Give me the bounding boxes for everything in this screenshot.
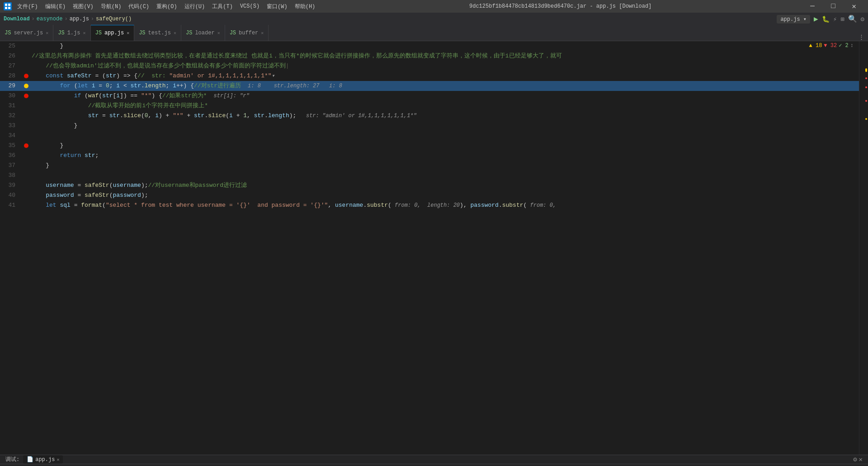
line-content-26: //这里总共有两步操作 首先是通过数组去绕过弱类型比较，在者是通过长度来绕过 也… bbox=[30, 51, 868, 61]
line-number-29: 29 bbox=[0, 81, 23, 91]
svg-rect-3 bbox=[8, 7, 10, 9]
debug-settings-icon[interactable]: ⚙ bbox=[853, 456, 857, 463]
tab-buffer-label: buffer bbox=[239, 30, 258, 36]
columns-icon[interactable]: ⊞ bbox=[854, 465, 864, 466]
breadcrumb-sep2: › bbox=[64, 16, 67, 22]
scroll-error-indicator3 bbox=[865, 100, 867, 102]
line-number-33: 33 bbox=[0, 121, 23, 131]
debug-file-name: app.js bbox=[35, 456, 55, 463]
debugger-tab[interactable]: 调试器 bbox=[4, 464, 27, 466]
tab-1-js-close[interactable]: ✕ bbox=[83, 30, 85, 36]
menu-help[interactable]: 帮助(H) bbox=[291, 2, 319, 11]
svg-rect-0 bbox=[5, 4, 7, 6]
tab-buffer[interactable]: JS buffer ✕ bbox=[225, 25, 269, 41]
debug-session-bar: 调试: 📄 app.js ✕ ⚙ ✕ bbox=[0, 455, 868, 464]
line-gutter-37 bbox=[23, 161, 30, 171]
menu-vcs[interactable]: VCS(S) bbox=[236, 2, 263, 10]
line-gutter-29 bbox=[23, 81, 30, 91]
run-to-cursor-btn[interactable]: → bbox=[819, 465, 829, 466]
debug-label: 调试: bbox=[5, 456, 19, 463]
tab-test-js-close[interactable]: ✕ bbox=[174, 30, 176, 36]
line-content-39: username = safeStr(username);//对username… bbox=[30, 181, 868, 190]
code-line-38: 38 bbox=[0, 171, 868, 181]
step-over-btn[interactable]: ↷ bbox=[784, 465, 794, 466]
tab-overflow-menu[interactable]: ⋮ bbox=[855, 33, 868, 41]
breadcrumb-download[interactable]: Download bbox=[4, 16, 30, 22]
breadcrumb-appjs[interactable]: app.js bbox=[70, 16, 89, 22]
breadcrumb-easynode[interactable]: easynode bbox=[37, 16, 63, 22]
code-line-26: 26 //这里总共有两步操作 首先是通过数组去绕过弱类型比较，在者是通过长度来绕… bbox=[0, 51, 868, 61]
tab-loader-close[interactable]: ✕ bbox=[217, 30, 220, 36]
code-area: 25 } 26 //这里总共有两步操作 首先是通过数组去绕过弱类型比较，在者是通… bbox=[0, 41, 868, 455]
line-number-27: 27 bbox=[0, 61, 23, 71]
scroll-error-indicator2 bbox=[865, 86, 867, 88]
scroll-bar-area[interactable] bbox=[859, 41, 868, 455]
profile-button[interactable]: ⚡ bbox=[833, 15, 837, 23]
warning-count: ▲ 18 bbox=[809, 43, 822, 49]
menu-window[interactable]: 窗口(W) bbox=[263, 2, 291, 11]
menu-tools[interactable]: 工具(T) bbox=[208, 2, 236, 11]
debug-close-panel-icon[interactable]: ✕ bbox=[859, 456, 863, 463]
tab-app-js-close[interactable]: ✕ bbox=[127, 30, 129, 36]
tab-app-js-icon: JS bbox=[95, 30, 102, 36]
menu-view[interactable]: 视图(V) bbox=[69, 2, 97, 11]
svg-rect-2 bbox=[5, 7, 7, 9]
tab-server-js[interactable]: JS server.js ✕ bbox=[0, 25, 53, 41]
tab-server-js-close[interactable]: ✕ bbox=[46, 30, 48, 36]
breadcrumb-safequery[interactable]: safeQuery() bbox=[96, 16, 132, 22]
step-out-btn[interactable]: ↑ bbox=[807, 465, 817, 466]
maximize-button[interactable]: □ bbox=[823, 0, 844, 13]
run-button[interactable]: ▶ bbox=[814, 14, 818, 24]
line-content-32: str = str.slice(0, i) + "*" + str.slice(… bbox=[30, 111, 868, 121]
debug-file-close[interactable]: ✕ bbox=[57, 457, 59, 462]
run-config-dropdown[interactable]: app.js ▾ bbox=[777, 15, 810, 24]
menu-file[interactable]: 文件(F) bbox=[14, 2, 42, 11]
editor-toolbar-right: app.js ▾ ▶ 🐛 ⚡ ⊞ 🔍 ⚙ bbox=[777, 14, 864, 24]
line-gutter-28 bbox=[23, 71, 30, 81]
line-number-35: 35 bbox=[0, 141, 23, 151]
evaluate-btn[interactable]: ⤵ bbox=[831, 465, 841, 466]
menu-run[interactable]: 运行(U) bbox=[181, 2, 209, 11]
line-gutter-35 bbox=[23, 141, 30, 151]
search-button[interactable]: 🔍 bbox=[848, 14, 857, 24]
breakpoint-28[interactable] bbox=[24, 74, 28, 78]
code-editor[interactable]: ▲ 18 ▼ 32 ✓ 2 ↕ 25 } 26 //这里总共有两步操作 首先是通… bbox=[0, 41, 868, 455]
line-number-25: 25 bbox=[0, 41, 23, 51]
tab-test-js[interactable]: JS test.js ✕ bbox=[134, 25, 181, 41]
menu-code[interactable]: 代码(C) bbox=[125, 2, 153, 11]
settings-button[interactable]: ⚙ bbox=[861, 15, 864, 23]
scroll-warning-indicator bbox=[865, 68, 867, 72]
tab-app-js-label: app.js bbox=[104, 30, 124, 36]
minimize-button[interactable]: ─ bbox=[802, 0, 823, 13]
debug-run-button[interactable]: 🐛 bbox=[822, 15, 830, 23]
tab-1-js[interactable]: JS 1.js ✕ bbox=[53, 25, 90, 41]
title-bar: 文件(F) 编辑(E) 视图(V) 导航(N) 代码(C) 重构(O) 运行(U… bbox=[0, 0, 868, 13]
step-into-btn[interactable]: ↓ bbox=[796, 465, 806, 466]
tab-loader[interactable]: JS loader ✕ bbox=[181, 25, 225, 41]
breakpoint-35[interactable] bbox=[24, 143, 28, 148]
line-content-30: if (waf(str[i]) == "*") {//如果str的为* str[… bbox=[30, 91, 868, 101]
breadcrumb-sep1: › bbox=[32, 16, 35, 22]
reset-btn[interactable]: ↩ bbox=[843, 465, 853, 466]
code-line-27: 27 //也会导致admin'过滤不到，也就是说当存在多少个数组就会有多少个前面… bbox=[0, 61, 868, 71]
line-content-27: //也会导致admin'过滤不到，也就是说当存在多少个数组就会有多少个前面的字符… bbox=[30, 61, 868, 71]
line-gutter-39 bbox=[23, 181, 30, 190]
breakpoint-30[interactable] bbox=[24, 94, 28, 98]
line-number-30: 30 bbox=[0, 91, 23, 101]
code-line-40: 40 password = safeStr(password); bbox=[0, 190, 868, 200]
close-button[interactable]: ✕ bbox=[844, 0, 864, 13]
collapse-icon[interactable]: ↕ bbox=[850, 43, 854, 49]
line-gutter-36 bbox=[23, 151, 30, 161]
tab-app-js[interactable]: JS app.js ✕ bbox=[91, 25, 135, 41]
breakpoint-29[interactable] bbox=[24, 84, 28, 88]
line-number-40: 40 bbox=[0, 190, 23, 200]
menu-nav[interactable]: 导航(N) bbox=[97, 2, 125, 11]
line-gutter-40 bbox=[23, 190, 30, 200]
tab-buffer-close[interactable]: ✕ bbox=[261, 30, 264, 36]
menu-edit[interactable]: 编辑(E) bbox=[42, 2, 70, 11]
coverage-button[interactable]: ⊞ bbox=[840, 15, 844, 23]
debug-toolbar: 调试器 调试器控制台 进程控制台 脚本 ⊿ ▾ ↷ ↓ ↑ → ⤵ ↩ ⊞ bbox=[0, 464, 868, 466]
debug-file-tab[interactable]: 📄 app.js ✕ bbox=[23, 455, 63, 464]
tab-server-js-icon: JS bbox=[5, 30, 11, 36]
menu-refactor[interactable]: 重构(O) bbox=[153, 2, 181, 11]
